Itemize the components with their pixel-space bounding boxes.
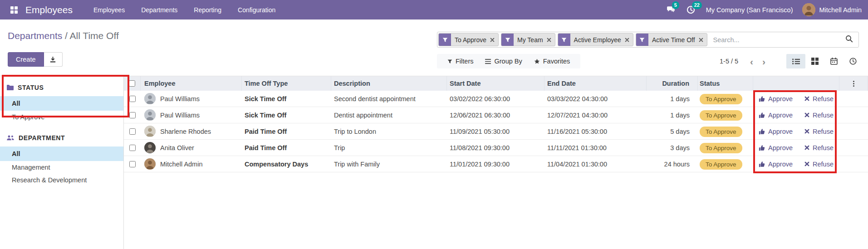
facet-to-approve[interactable]: To Approve [438,33,499,46]
favorites-button[interactable]: Favorites [528,54,576,68]
remove-facet-icon[interactable] [547,34,555,46]
approve-label: Approve [768,144,793,151]
sidebar-item-status-all[interactable]: All [0,96,123,111]
table-row[interactable]: Paul Williams Sick Time Off Dentist appo… [124,107,868,123]
column-header-end-date[interactable]: End Date [544,76,647,91]
sidebar-item-research-development[interactable]: Research & Development [0,174,123,186]
sidebar-item-department-all[interactable]: All [0,146,123,161]
export-button[interactable] [44,52,63,67]
approve-button[interactable]: Approve [759,128,793,135]
user-menu[interactable]: Mitchell Admin [802,3,862,16]
refuse-button[interactable]: Refuse [804,112,834,119]
breadcrumb-current: All Time Off [70,30,119,41]
page: Employees Employees Departments Reportin… [0,0,868,249]
row-checkbox[interactable] [129,96,136,102]
pager: 1-5 / 5 ‹ › [720,54,770,68]
apps-menu-icon[interactable] [6,2,22,18]
search-icon[interactable] [845,35,853,44]
approve-button[interactable]: Approve [759,95,793,103]
time-off-type: Sick Time Off [242,112,331,119]
status-badge: To Approve [700,127,742,137]
optional-columns-icon[interactable] [853,81,854,87]
group-by-button[interactable]: Group By [479,54,528,68]
remove-facet-icon[interactable] [625,34,633,46]
calendar-view-icon [830,58,838,65]
refuse-label: Refuse [813,95,834,103]
messages-button[interactable]: 5 [666,5,677,15]
activity-clock-icon [849,58,857,65]
activity-view-button[interactable] [843,54,863,68]
start-date: 11/08/2021 09:30:00 [447,144,544,151]
row-checkbox[interactable] [129,112,136,118]
list-view-button[interactable] [786,54,805,68]
control-panel: Departments / All Time Off Create To App… [0,20,868,76]
kanban-view-button[interactable] [805,54,824,68]
row-checkbox[interactable] [129,128,136,135]
column-header-employee[interactable]: Employee [141,76,242,91]
column-header-description[interactable]: Description [331,76,447,91]
search-bar: To Approve My Team Active Employee [437,32,859,48]
app-brand[interactable]: Employees [25,5,73,15]
facet-label: To Approve [451,34,490,46]
table-row[interactable]: Anita Oliver Paid Time Off Trip 11/08/20… [124,140,868,156]
thumbs-up-icon [759,96,765,102]
pager-range: 1-5 / 5 [720,58,738,65]
table-row[interactable]: Mitchell Admin Compensatory Days Trip wi… [124,156,868,172]
create-button[interactable]: Create [8,52,44,67]
end-date: 11/16/2021 05:30:00 [544,128,647,135]
refuse-x-icon [804,161,809,166]
column-header-start-date[interactable]: Start Date [447,76,544,91]
facet-my-team[interactable]: My Team [501,33,555,46]
start-date: 12/06/2021 06:30:00 [447,112,544,119]
refuse-x-icon [804,129,809,134]
facet-label: Active Time Off [648,34,699,46]
approve-button[interactable]: Approve [759,112,793,119]
column-header-status[interactable]: Status [698,76,753,91]
status-badge: To Approve [700,94,742,104]
refuse-x-icon [804,145,809,150]
refuse-button[interactable]: Refuse [804,128,834,135]
breadcrumb-parent[interactable]: Departments [8,30,62,41]
employee-name: Paul Williams [160,112,200,119]
approve-button[interactable]: Approve [759,144,793,151]
view-switcher [786,54,863,68]
menu-employees[interactable]: Employees [87,4,131,16]
calendar-view-button[interactable] [824,54,843,68]
description: Second dentist appointment [331,95,447,103]
duration: 1 days [647,95,698,103]
refuse-button[interactable]: Refuse [804,161,834,168]
select-all-checkbox[interactable] [129,80,135,87]
download-icon [49,56,56,63]
table-row[interactable]: Sharlene Rhodes Paid Time Off Trip to Lo… [124,123,868,140]
sidebar-item-status-to-approve[interactable]: To Approve [0,111,123,123]
activities-count-badge: 22 [692,1,702,9]
table-row[interactable]: Paul Williams Sick Time Off Second denti… [124,91,868,107]
remove-facet-icon[interactable] [490,34,498,46]
remove-facet-icon[interactable] [699,34,707,46]
menu-departments[interactable]: Departments [135,4,184,16]
menu-reporting[interactable]: Reporting [187,4,228,16]
approve-button[interactable]: Approve [759,161,793,168]
thumbs-up-icon [759,161,765,167]
facet-active-time-off[interactable]: Active Time Off [636,33,707,46]
facet-active-employee[interactable]: Active Employee [558,33,633,46]
refuse-button[interactable]: Refuse [804,144,834,151]
search-input[interactable] [710,36,843,44]
filter-funnel-icon [558,34,570,46]
menu-configuration[interactable]: Configuration [231,4,282,16]
create-row: Create [8,52,63,67]
sidebar-item-management[interactable]: Management [0,161,123,174]
pager-next-button[interactable]: › [758,57,770,66]
refuse-button[interactable]: Refuse [804,95,834,103]
row-checkbox[interactable] [129,161,136,167]
funnel-icon [447,59,452,64]
company-switcher[interactable]: My Company (San Francisco) [706,6,793,14]
status-section-title: STATUS [18,84,44,91]
activities-button[interactable]: 22 [686,5,697,15]
pager-previous-button[interactable]: ‹ [745,57,758,66]
row-checkbox[interactable] [129,145,136,151]
filters-button[interactable]: Filters [441,54,479,68]
employee-name: Mitchell Admin [160,161,202,168]
column-header-time-off-type[interactable]: Time Off Type [242,76,331,91]
column-header-duration[interactable]: Duration [647,76,698,91]
